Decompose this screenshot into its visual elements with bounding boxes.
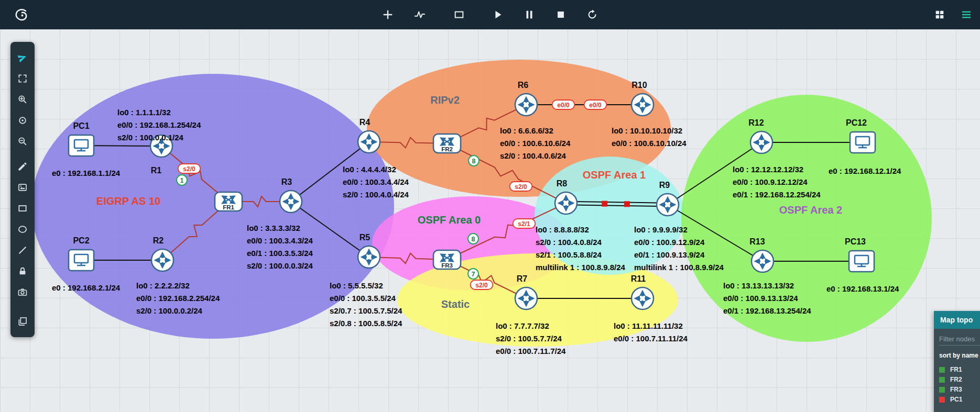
- interface-label[interactable]: s2/0 : 100.5.7.7/24: [496, 334, 562, 343]
- pause-all-icon[interactable]: [521, 7, 537, 23]
- node-status-item[interactable]: FR2: [939, 375, 980, 384]
- node-name-label[interactable]: R11: [631, 274, 646, 283]
- node-R11[interactable]: [631, 287, 654, 309]
- area-label-ospf0[interactable]: OSPF Area 0: [418, 214, 481, 226]
- add-node-icon[interactable]: [380, 7, 396, 23]
- port-label-pill[interactable]: s2/0: [510, 182, 532, 191]
- node-name-label[interactable]: PC12: [846, 118, 867, 127]
- node-name-label[interactable]: R10: [631, 81, 647, 90]
- topology-svg[interactable]: EIGRP AS 10RIPv2OSPF Area 0StaticOSPF Ar…: [0, 29, 980, 412]
- node-name-label[interactable]: R6: [518, 81, 529, 90]
- node-name-label[interactable]: PC2: [73, 236, 89, 245]
- area-label-eigrp[interactable]: EIGRP AS 10: [96, 195, 160, 207]
- node-R2[interactable]: [151, 249, 173, 271]
- node-name-label[interactable]: R1: [151, 166, 162, 175]
- add-image-icon[interactable]: [15, 180, 30, 195]
- fit-to-screen-icon[interactable]: [15, 71, 30, 86]
- interface-label[interactable]: e0/1 : 192.168.12.254/24: [733, 190, 821, 199]
- interface-label[interactable]: e0/0 : 192.168.1.254/24: [117, 120, 201, 129]
- interface-label[interactable]: e0/0 : 100.6.10.6/24: [500, 139, 571, 148]
- zoom-out-icon[interactable]: [15, 134, 30, 149]
- rectangle-tool-icon[interactable]: [15, 201, 30, 216]
- interface-label[interactable]: lo0 : 11.11.11.11/32: [614, 321, 683, 330]
- node-name-label[interactable]: R13: [749, 237, 765, 246]
- node-name-label[interactable]: R12: [748, 118, 764, 127]
- node-FR2[interactable]: FR2: [433, 134, 461, 153]
- node-R3[interactable]: [280, 191, 302, 213]
- interface-label[interactable]: multilink 1 : 100.8.9.8/24: [536, 263, 626, 272]
- interface-label[interactable]: e0 : 192.168.2.1/24: [52, 283, 121, 292]
- node-name-label[interactable]: PC13: [845, 237, 866, 246]
- interface-label[interactable]: e0/0 : 192.168.2.254/24: [136, 294, 220, 303]
- sort-toggle[interactable]: sort by name a: [939, 352, 980, 359]
- dlci-badge[interactable]: 8: [469, 155, 479, 166]
- node-FR3[interactable]: FR3: [433, 250, 461, 269]
- ellipse-tool-icon[interactable]: [15, 222, 30, 237]
- interface-label[interactable]: lo0 : 10.10.10.10/32: [612, 126, 682, 135]
- area-label-ospf2[interactable]: OSPF Area 2: [779, 204, 842, 216]
- interface-label[interactable]: lo0 : 13.13.13.13/32: [723, 281, 794, 290]
- interface-label[interactable]: e0/0 : 100.3.4.4/24: [343, 177, 409, 186]
- interface-label[interactable]: s2/0 : 100.4.0.8/24: [536, 238, 602, 247]
- interface-label[interactable]: lo0 : 9.9.9.9/32: [634, 225, 688, 234]
- topology-canvas[interactable]: EIGRP AS 10RIPv2OSPF Area 0StaticOSPF Ar…: [0, 29, 980, 412]
- interface-label[interactable]: lo0 : 8.8.8.8/32: [536, 225, 589, 234]
- dlci-badge[interactable]: 8: [468, 233, 478, 244]
- node-PC2[interactable]: [69, 250, 94, 271]
- node-R5[interactable]: [358, 246, 380, 268]
- interface-label[interactable]: e0/0 : 100.3.4.3/24: [247, 236, 313, 245]
- node-PC12[interactable]: [850, 132, 875, 153]
- dlci-badge[interactable]: 7: [468, 269, 478, 279]
- interface-label[interactable]: e0/1 : 100.9.13.9/24: [634, 250, 705, 259]
- interface-label[interactable]: s2/0 : 100.0.0.2/24: [136, 306, 203, 315]
- node-name-label[interactable]: R7: [517, 274, 528, 283]
- interface-label[interactable]: s2/1 : 100.5.8.8/24: [536, 250, 602, 259]
- filter-nodes-input[interactable]: [939, 333, 980, 346]
- port-label-pill[interactable]: s2/0: [471, 280, 493, 289]
- grid-view-icon[interactable]: [932, 7, 948, 23]
- interface-label[interactable]: lo0 : 2.2.2.2/32: [136, 281, 190, 290]
- stop-all-icon[interactable]: [553, 7, 569, 23]
- node-R13[interactable]: [752, 250, 774, 272]
- main-menu-icon[interactable]: [958, 7, 975, 23]
- node-R4[interactable]: [358, 131, 380, 153]
- dlci-badge[interactable]: 1: [177, 175, 187, 185]
- node-name-label[interactable]: R8: [557, 179, 568, 188]
- node-R7[interactable]: [515, 287, 537, 309]
- port-label-pill[interactable]: s2/0: [178, 164, 201, 173]
- interface-label[interactable]: multilink 1 : 100.8.9.9/24: [634, 263, 724, 272]
- area-ospf2[interactable]: [681, 95, 932, 342]
- node-R9[interactable]: [657, 194, 679, 216]
- map-panel-header[interactable]: Map topo: [934, 311, 980, 329]
- node-name-label[interactable]: R5: [360, 233, 371, 242]
- interface-label[interactable]: lo0 : 3.3.3.3/32: [247, 224, 300, 232]
- interface-label[interactable]: lo0 : 5.5.5.5/32: [330, 281, 383, 290]
- layers-icon[interactable]: [15, 314, 30, 329]
- reload-all-icon[interactable]: [584, 7, 600, 23]
- node-name-label[interactable]: R2: [153, 236, 164, 245]
- node-PC13[interactable]: [849, 251, 874, 272]
- interface-label[interactable]: e0/0 : 100.7.11.7/24: [496, 347, 566, 355]
- interface-label[interactable]: lo0 : 7.7.7.7/32: [496, 321, 549, 330]
- interface-label[interactable]: s2/0 : 100.4.0.6/24: [500, 151, 567, 160]
- interface-label[interactable]: lo0 : 6.6.6.6/32: [500, 126, 553, 135]
- pointer-tool-icon[interactable]: [15, 50, 30, 65]
- interface-label[interactable]: s2/0.8 : 100.5.8.5/24: [330, 319, 402, 328]
- node-R8[interactable]: [555, 192, 577, 214]
- node-FR1[interactable]: FR1: [215, 192, 242, 211]
- node-status-item[interactable]: FR1: [939, 365, 980, 374]
- node-PC1[interactable]: [69, 135, 94, 156]
- interface-label[interactable]: lo0 : 4.4.4.4/32: [343, 165, 396, 174]
- area-label-ospf1[interactable]: OSPF Area 1: [583, 169, 646, 181]
- add-link-icon[interactable]: [411, 7, 428, 23]
- node-name-label[interactable]: R9: [659, 181, 670, 190]
- interface-label[interactable]: lo0 : 12.12.12.12/32: [733, 165, 803, 174]
- interface-label[interactable]: s2/0 : 100.4.0.4/24: [343, 190, 409, 199]
- interface-label[interactable]: e0/1 : 192.168.13.254/24: [723, 306, 811, 315]
- interface-label[interactable]: s2/0 : 100.0.0.1/24: [117, 133, 184, 142]
- screenshot-icon[interactable]: [15, 285, 30, 299]
- interface-label[interactable]: e0 : 192.168.1.1/24: [52, 169, 121, 177]
- interface-label[interactable]: e0/1 : 100.3.5.3/24: [247, 249, 313, 258]
- area-label-ripv2[interactable]: RIPv2: [430, 94, 460, 106]
- center-view-icon[interactable]: [15, 113, 30, 128]
